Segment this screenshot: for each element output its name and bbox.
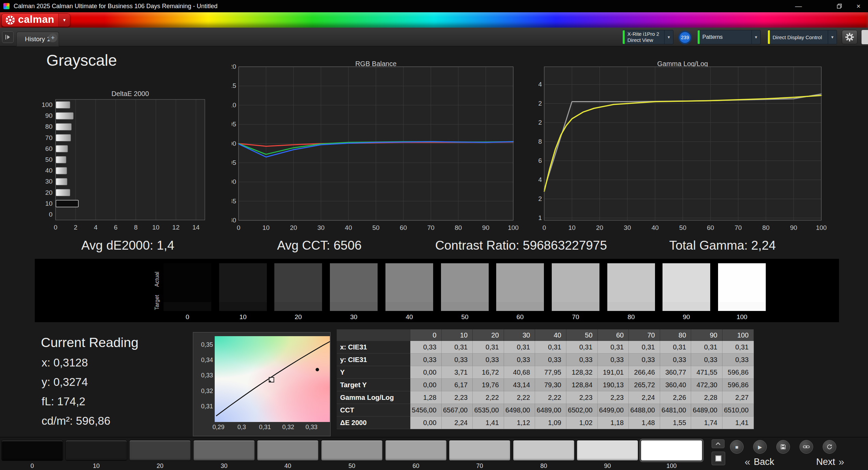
x-axis-tick-label: 70: [735, 224, 742, 231]
settings-button[interactable]: [842, 30, 857, 44]
collapse-panel-button[interactable]: [712, 439, 725, 448]
sync-button[interactable]: [823, 440, 836, 454]
swatch-level-label: 40: [385, 313, 433, 321]
y-axis-tick-label: 90: [232, 178, 236, 185]
pattern-button-80[interactable]: [513, 440, 575, 461]
x-axis-tick-label: 90: [482, 224, 489, 231]
pattern-button-60[interactable]: [385, 440, 447, 461]
calman-logo-button[interactable]: calman ▼: [1, 13, 70, 27]
swatch-level-label: 70: [552, 313, 599, 321]
minimize-button[interactable]: —: [789, 0, 808, 12]
x-axis-tick-label: 90: [790, 224, 797, 231]
gamma-chart: 11,21,41,61,822,22,401020304050607080901…: [538, 63, 832, 237]
meter-dropdown[interactable]: X-Rite i1Pro 2 Direct View ▼: [622, 30, 673, 44]
panel-toggle-button[interactable]: [2, 31, 14, 43]
play-button[interactable]: ▶: [753, 440, 767, 454]
loop-button[interactable]: [800, 440, 813, 454]
add-tab-button[interactable]: +: [48, 33, 57, 42]
stat-avg-cct: Avg CCT: 6506: [277, 238, 362, 253]
grayscale-swatch: 40: [385, 263, 433, 321]
cie-x-axis-label: 0,31: [254, 424, 276, 431]
table-cell: 40,68: [504, 366, 535, 379]
table-cell: 5456,00: [410, 404, 442, 417]
display-control-dropdown[interactable]: Direct Display Control ▼: [767, 30, 837, 44]
pattern-button-label: 0: [1, 463, 63, 470]
x-axis-tick-label: 50: [679, 224, 686, 231]
swatch-level-label: 80: [607, 313, 655, 321]
edge-partial-button[interactable]: [862, 30, 868, 44]
dropdown-caret-icon[interactable]: ▼: [828, 30, 837, 44]
pattern-button-90[interactable]: [577, 440, 638, 461]
table-row-label: x: CIE31: [337, 341, 410, 354]
table-cell: 2,28: [691, 391, 722, 404]
y-axis-tick-label: 1,8: [538, 138, 542, 145]
pattern-button-100[interactable]: [641, 440, 702, 461]
restore-button[interactable]: [830, 0, 849, 12]
table-cell: 191,01: [598, 366, 629, 379]
table-cell: 266,46: [629, 366, 660, 379]
table-cell: 43,14: [504, 379, 535, 391]
target-point-marker: [316, 368, 319, 371]
cie-y-axis-label: 0,35: [197, 341, 213, 348]
deltae-bar: [56, 200, 78, 207]
pattern-button-50[interactable]: [321, 440, 383, 461]
x-axis-tick-label: 20: [596, 224, 603, 231]
table-cell: 79,30: [535, 379, 566, 391]
table-cell: 0,33: [410, 354, 442, 366]
pattern-button-20[interactable]: [129, 440, 191, 461]
swatch-target-patch: [718, 302, 766, 311]
table-cell: 6502,00: [566, 404, 598, 417]
pattern-button-70[interactable]: [449, 440, 511, 461]
swatch-target-patch: [164, 302, 211, 311]
table-cell: 2,27: [722, 391, 754, 404]
table-cell: 6498,00: [504, 404, 535, 417]
close-button[interactable]: ×: [849, 0, 868, 12]
table-cell: 6510,00: [722, 404, 754, 417]
save-button[interactable]: [776, 440, 790, 454]
pattern-button-10[interactable]: [65, 440, 127, 461]
calman-logo-text: calman: [18, 14, 54, 25]
pattern-button-30[interactable]: [193, 440, 255, 461]
display-control-dropdown-label: Direct Display Control: [770, 34, 828, 40]
y-axis-tick-label: 110: [232, 101, 236, 109]
y-axis-tick-label: 100: [42, 101, 52, 108]
swatch-level-label: 10: [219, 313, 267, 321]
dropdown-caret-icon[interactable]: ▼: [664, 30, 673, 44]
x-axis-tick-label: 0: [237, 224, 241, 231]
cie-y-axis-label: 0,31: [197, 403, 213, 410]
play-icon: ▶: [758, 444, 762, 450]
table-cell: 0,00: [410, 417, 442, 429]
swatch-target-patch: [385, 302, 433, 311]
pattern-window-button[interactable]: [712, 452, 725, 465]
table-cell: 0,31: [660, 341, 691, 354]
grayscale-swatch: 0: [164, 263, 211, 321]
logo-menu-caret-icon[interactable]: ▼: [58, 14, 70, 27]
y-axis-tick-label: 120: [232, 63, 236, 70]
patterns-dropdown[interactable]: Patterns ▼: [697, 30, 761, 44]
x-axis-tick-label: 100: [508, 224, 519, 231]
y-axis-tick-label: 2,2: [538, 100, 542, 107]
table-cell: 0,31: [691, 341, 722, 354]
table-header-cell: 60: [598, 329, 629, 341]
pattern-button-40[interactable]: [257, 440, 319, 461]
window-title: Calman 2025 Calman Ultimate for Business…: [14, 3, 217, 10]
pattern-button-0[interactable]: [1, 440, 63, 461]
swatch-target-patch: [274, 302, 322, 311]
back-button[interactable]: « Back: [745, 456, 774, 468]
dropdown-caret-icon[interactable]: ▼: [751, 30, 760, 44]
swatch-actual-patch: [164, 263, 211, 302]
link-icon: [803, 444, 810, 449]
table-header-cell: 90: [691, 329, 722, 341]
swatch-level-label: 60: [496, 313, 544, 321]
swatch-target-patch: [552, 302, 599, 311]
swatch-level-label: 50: [441, 313, 489, 321]
pattern-window-icon: [715, 455, 721, 461]
table-cell: 0,31: [442, 341, 473, 354]
cie-x-axis-label: 0,29: [208, 424, 229, 431]
x-axis-tick-label: 12: [172, 224, 180, 231]
x-axis-tick-label: 6: [114, 224, 118, 231]
restore-icon: [837, 3, 842, 9]
stat-contrast-ratio: Contrast Ratio: 596863227975: [435, 238, 607, 253]
next-button[interactable]: Next »: [816, 456, 844, 468]
stop-button[interactable]: ■: [730, 440, 744, 454]
